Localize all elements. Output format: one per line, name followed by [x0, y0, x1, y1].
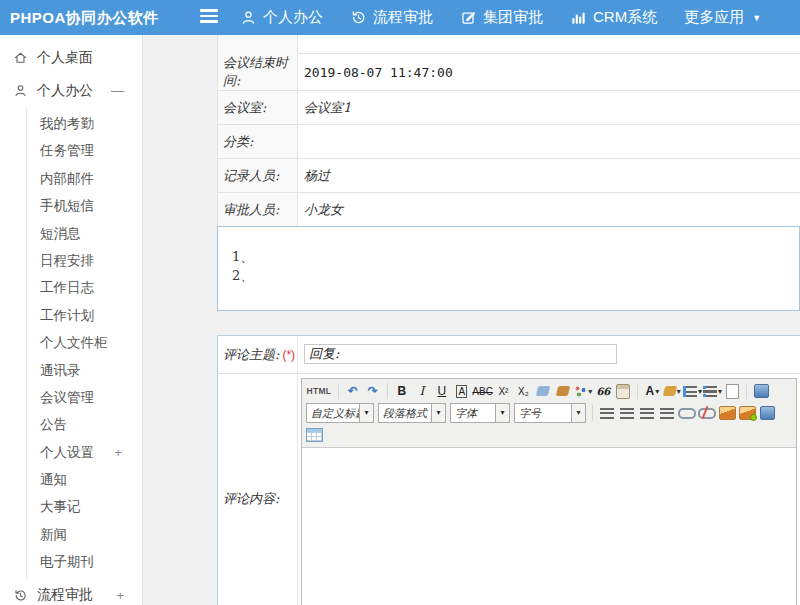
- sidebar-item-label: 工作计划: [40, 308, 94, 323]
- italic-icon[interactable]: I: [412, 381, 431, 401]
- justify-icon: [660, 408, 674, 419]
- underline-icon[interactable]: U: [432, 381, 451, 401]
- link-icon[interactable]: [678, 403, 697, 423]
- sidebar-item-personal-office[interactable]: 个人办公—: [0, 74, 142, 107]
- fullscreen-icon[interactable]: [752, 381, 771, 401]
- sidebar-item-personal-settings[interactable]: 个人设置+: [27, 439, 142, 466]
- font-color-icon[interactable]: A▾: [643, 381, 662, 401]
- expand-toggle-icon[interactable]: +: [116, 588, 142, 603]
- format-painter-icon[interactable]: [554, 381, 573, 401]
- nav-crm-system[interactable]: CRM系统: [570, 8, 657, 27]
- toolbar-separator: [746, 383, 747, 399]
- glyph: I: [419, 384, 424, 398]
- justify-icon[interactable]: [658, 403, 677, 423]
- sidebar-item-work-log[interactable]: 工作日志: [27, 274, 142, 301]
- media-icon[interactable]: [758, 403, 777, 423]
- select-label: 字号: [515, 406, 571, 421]
- comment-subject-input[interactable]: [304, 344, 617, 364]
- sidebar-item-personal-file-cabinet[interactable]: 个人文件柜: [27, 329, 142, 356]
- heading-select[interactable]: 自定义标题▾: [306, 403, 374, 423]
- editor-body[interactable]: [302, 448, 796, 605]
- font-family-select[interactable]: 字体▾: [450, 403, 510, 423]
- bold-icon[interactable]: B: [392, 381, 411, 401]
- nav-workflow-approval[interactable]: 流程审批: [350, 8, 433, 27]
- chevron-down-icon: ▾: [431, 404, 445, 422]
- blockquote-icon[interactable]: 66: [594, 381, 613, 401]
- sidebar-item-announcement[interactable]: 公告: [27, 411, 142, 438]
- app-logo[interactable]: PHPOA协同办公软件: [10, 0, 159, 35]
- insert-file-icon[interactable]: [738, 403, 757, 423]
- unordered-list-icon[interactable]: ▾: [703, 381, 722, 401]
- row-value-cell: 杨过: [298, 159, 800, 192]
- sidebar-item-work-plan[interactable]: 工作计划: [27, 302, 142, 329]
- undo-icon[interactable]: ↶: [343, 381, 362, 401]
- sidebar-item-internal-mail[interactable]: 内部邮件: [27, 165, 142, 192]
- special-symbol-icon[interactable]: ▾: [574, 381, 593, 401]
- nav-label: CRM系统: [593, 8, 657, 27]
- sidebar-item-short-message[interactable]: 短消息: [27, 220, 142, 247]
- remove-format-icon[interactable]: [534, 381, 553, 401]
- subscript-icon[interactable]: X₂: [514, 381, 533, 401]
- glyph: ABC: [472, 386, 493, 397]
- highlight-color-icon[interactable]: ▾: [663, 381, 682, 401]
- comment-subject-label: 评论主题:: [223, 346, 279, 364]
- sidebar-item-news[interactable]: 新闻: [27, 521, 142, 548]
- nav-personal-office[interactable]: 个人办公: [240, 8, 323, 27]
- align-left-icon[interactable]: [598, 403, 617, 423]
- row-label: 记录人员:: [223, 167, 279, 185]
- expand-toggle-icon[interactable]: —: [111, 83, 142, 98]
- sidebar-item-task-management[interactable]: 任务管理: [27, 137, 142, 164]
- image-icon[interactable]: [718, 403, 737, 423]
- redo-icon[interactable]: ↷: [363, 381, 382, 401]
- sidebar-item-e-journal[interactable]: 电子期刊: [27, 548, 142, 575]
- user-icon: [13, 83, 28, 98]
- font-style-icon[interactable]: A: [452, 381, 471, 401]
- align-left-icon: [600, 408, 614, 419]
- glyph: 66: [596, 386, 610, 397]
- table-icon[interactable]: [305, 425, 324, 445]
- nav-group-approval[interactable]: 集团审批: [460, 8, 543, 27]
- new-page-icon[interactable]: [723, 381, 742, 401]
- toolbar-separator: [338, 383, 339, 399]
- meeting-detail-table: 会议结束时间:2019-08-07 11:47:00会议室:会议室1分类:记录人…: [217, 35, 800, 227]
- sidebar-item-contacts[interactable]: 通讯录: [27, 357, 142, 384]
- superscript-icon[interactable]: X²: [494, 381, 513, 401]
- glyph: A: [646, 384, 655, 398]
- ordered-list-icon[interactable]: ▾: [683, 381, 702, 401]
- new-page-icon: [726, 384, 739, 399]
- row-label-cell: 记录人员:: [218, 159, 298, 192]
- paste-text-icon[interactable]: [614, 381, 633, 401]
- align-center-icon[interactable]: [618, 403, 637, 423]
- glyph: B: [397, 384, 406, 398]
- sidebar-item-label: 个人办公: [37, 82, 93, 100]
- sidebar-item-personal-desktop[interactable]: 个人桌面: [0, 41, 142, 74]
- chevron-down-icon: ▾: [655, 387, 659, 396]
- sidebar-item-my-attendance[interactable]: 我的考勤: [27, 110, 142, 137]
- nav-label: 流程审批: [373, 8, 433, 27]
- strikethrough-icon[interactable]: ABC: [472, 381, 493, 401]
- sidebar-item-schedule[interactable]: 日程安排: [27, 247, 142, 274]
- history-icon: [13, 588, 28, 603]
- editor-toolbar-row-3: [304, 424, 794, 446]
- sidebar-item-meeting-management[interactable]: 会议管理: [27, 384, 142, 411]
- nav-more-apps[interactable]: 更多应用▼: [684, 8, 761, 27]
- sidebar-item-memorabilia[interactable]: 大事记: [27, 493, 142, 520]
- sidebar-item-mobile-sms[interactable]: 手机短信: [27, 192, 142, 219]
- hamburger-icon[interactable]: [200, 9, 218, 25]
- select-label: 字体: [451, 406, 495, 421]
- align-right-icon[interactable]: [638, 403, 657, 423]
- source-button[interactable]: HTML: [305, 381, 334, 401]
- paragraph-format-select[interactable]: 段落格式▾: [378, 403, 446, 423]
- sidebar-item-notice[interactable]: 通知: [27, 466, 142, 493]
- sidebar-item-label: 通讯录: [40, 363, 81, 378]
- unlink-icon[interactable]: [698, 403, 717, 423]
- sidebar-item-workflow-approval[interactable]: 流程审批+: [0, 579, 142, 605]
- chevron-down-icon: ▾: [718, 387, 722, 396]
- glyph: ↶: [348, 384, 358, 398]
- sidebar-item-label: 任务管理: [40, 143, 94, 158]
- row-label-cell: 分类:: [218, 125, 298, 158]
- unlink-icon: [698, 408, 716, 419]
- font-size-select[interactable]: 字号▾: [514, 403, 586, 423]
- comment-subject-label-cell: 评论主题: (*): [218, 336, 298, 373]
- expand-toggle-icon[interactable]: +: [114, 439, 142, 466]
